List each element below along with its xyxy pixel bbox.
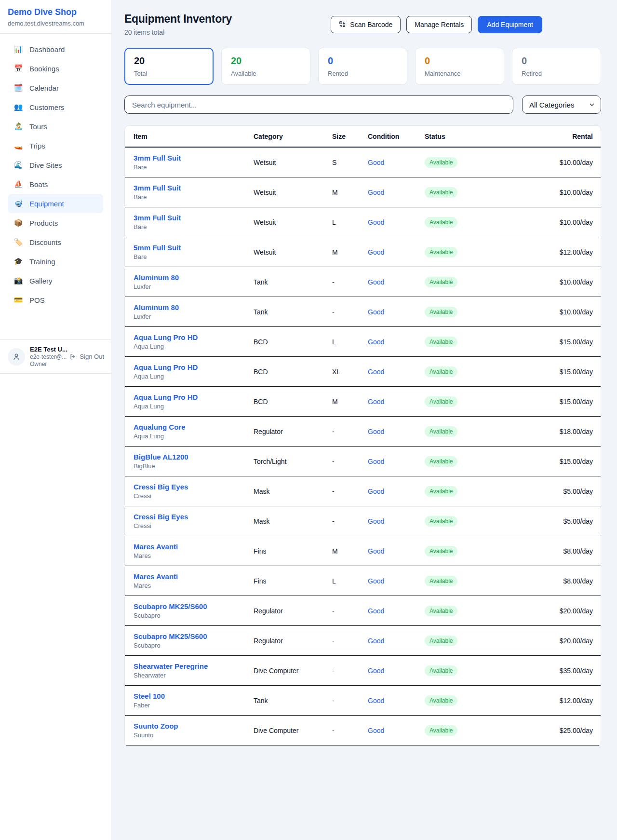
item-link[interactable]: 3mm Full Suit: [134, 154, 254, 162]
sidebar-item-dive-sites[interactable]: 🌊 Dive Sites: [8, 155, 103, 175]
sidebar-item-bookings[interactable]: 📅 Bookings: [8, 59, 103, 78]
barcode-scan-icon: [339, 21, 346, 28]
stat-card-total[interactable]: 20 Total: [124, 48, 214, 85]
condition-link[interactable]: Good: [368, 488, 425, 495]
size-cell: -: [332, 607, 368, 615]
rental-price: $10.00/day: [511, 278, 593, 286]
stat-value: 0: [522, 55, 591, 67]
search-input[interactable]: [124, 95, 513, 114]
condition-link[interactable]: Good: [368, 398, 425, 406]
status-cell: Available: [425, 665, 511, 676]
item-link[interactable]: Aqua Lung Pro HD: [134, 393, 254, 401]
item-link[interactable]: Mares Avanti: [134, 542, 254, 551]
item-brand: Luxfer: [134, 283, 254, 290]
condition-link[interactable]: Good: [368, 278, 425, 286]
sidebar-item-equipment[interactable]: 🤿 Equipment: [8, 194, 103, 213]
condition-link[interactable]: Good: [368, 248, 425, 256]
sidebar-item-trips[interactable]: 🚤 Trips: [8, 136, 103, 155]
nav-label: Discounts: [29, 238, 61, 246]
item-link[interactable]: Steel 100: [134, 692, 254, 700]
manage-rentals-button[interactable]: Manage Rentals: [406, 16, 472, 33]
size-cell: -: [332, 308, 368, 316]
item-link[interactable]: BigBlue AL1200: [134, 453, 254, 461]
item-brand: Cressi: [134, 522, 254, 529]
condition-link[interactable]: Good: [368, 308, 425, 316]
item-cell: Aqua Lung Pro HD Aqua Lung: [134, 333, 254, 350]
item-brand: Aqua Lung: [134, 403, 254, 410]
table-row-aqualung-core: Aqualung Core Aqua Lung Regulator - Good…: [125, 417, 601, 447]
brand-title[interactable]: Demo Dive Shop: [8, 7, 103, 17]
sidebar-item-products[interactable]: 📦 Products: [8, 213, 103, 232]
category-cell: Wetsuit: [254, 248, 332, 256]
add-equipment-button[interactable]: Add Equipment: [478, 16, 542, 33]
sidebar-item-tours[interactable]: 🏝️ Tours: [8, 117, 103, 136]
status-badge: Available: [425, 456, 457, 467]
category-cell: BCD: [254, 368, 332, 376]
sidebar-item-customers[interactable]: 👥 Customers: [8, 97, 103, 117]
item-link[interactable]: Aqua Lung Pro HD: [134, 333, 254, 341]
rental-price: $35.00/day: [511, 667, 593, 675]
status-badge: Available: [425, 576, 457, 586]
condition-link[interactable]: Good: [368, 218, 425, 226]
condition-link[interactable]: Good: [368, 428, 425, 435]
status-cell: Available: [425, 217, 511, 228]
status-cell: Available: [425, 456, 511, 467]
item-link[interactable]: 5mm Full Suit: [134, 244, 254, 252]
item-link[interactable]: Mares Avanti: [134, 572, 254, 581]
stat-value: 0: [425, 55, 495, 67]
calendar-icon: 📅: [13, 64, 23, 73]
nav-label: Calendar: [29, 84, 59, 92]
condition-link[interactable]: Good: [368, 637, 425, 645]
scan-barcode-button[interactable]: Scan Barcode: [331, 16, 401, 33]
nav-label: Equipment: [29, 200, 64, 208]
stat-card-available[interactable]: 20 Available: [221, 48, 310, 85]
condition-link[interactable]: Good: [368, 727, 425, 734]
category-select[interactable]: All Categories: [522, 95, 601, 114]
condition-link[interactable]: Good: [368, 189, 425, 196]
item-link[interactable]: 3mm Full Suit: [134, 214, 254, 222]
category-cell: Wetsuit: [254, 159, 332, 166]
condition-link[interactable]: Good: [368, 517, 425, 525]
condition-link[interactable]: Good: [368, 338, 425, 346]
people-icon: 👥: [13, 103, 23, 111]
column-header-condition: Condition: [368, 133, 425, 140]
condition-link[interactable]: Good: [368, 159, 425, 166]
condition-link[interactable]: Good: [368, 667, 425, 675]
sidebar-item-training[interactable]: 🎓 Training: [8, 252, 103, 271]
item-link[interactable]: Aqualung Core: [134, 423, 254, 431]
sidebar-item-gallery[interactable]: 📸 Gallery: [8, 271, 103, 290]
condition-link[interactable]: Good: [368, 458, 425, 465]
wave-icon: 🌊: [13, 161, 23, 169]
item-link[interactable]: Aluminum 80: [134, 273, 254, 282]
sailboat-icon: ⛵: [13, 180, 23, 189]
item-link[interactable]: Cressi Big Eyes: [134, 483, 254, 491]
item-link[interactable]: Scubapro MK25/S600: [134, 602, 254, 610]
item-link[interactable]: Scubapro MK25/S600: [134, 632, 254, 640]
condition-link[interactable]: Good: [368, 607, 425, 615]
sidebar-item-pos[interactable]: 💳 POS: [8, 290, 103, 310]
sidebar-item-dashboard[interactable]: 📊 Dashboard: [8, 40, 103, 59]
table-row-aqua-lung-pro-hd: Aqua Lung Pro HD Aqua Lung BCD M Good Av…: [125, 387, 601, 417]
sidebar-item-discounts[interactable]: 🏷️ Discounts: [8, 232, 103, 252]
sign-out-button[interactable]: Sign Out: [69, 353, 104, 360]
item-link[interactable]: 3mm Full Suit: [134, 184, 254, 192]
condition-link[interactable]: Good: [368, 577, 425, 585]
stat-card-rented[interactable]: 0 Rented: [318, 48, 407, 85]
condition-link[interactable]: Good: [368, 697, 425, 705]
user-role: Owner: [30, 361, 65, 367]
nav-label: Dashboard: [29, 45, 65, 54]
item-brand: Suunto: [134, 732, 254, 739]
category-cell: Fins: [254, 577, 332, 585]
condition-link[interactable]: Good: [368, 547, 425, 555]
item-link[interactable]: Aluminum 80: [134, 303, 254, 312]
item-link[interactable]: Cressi Big Eyes: [134, 513, 254, 521]
sidebar-item-calendar[interactable]: 🗓️ Calendar: [8, 78, 103, 97]
item-link[interactable]: Shearwater Peregrine: [134, 662, 254, 670]
item-link[interactable]: Aqua Lung Pro HD: [134, 363, 254, 371]
condition-link[interactable]: Good: [368, 368, 425, 376]
table-row-cressi-big-eyes: Cressi Big Eyes Cressi Mask - Good Avail…: [125, 476, 601, 506]
stat-card-retired[interactable]: 0 Retired: [512, 48, 601, 85]
item-link[interactable]: Suunto Zoop: [134, 722, 254, 730]
sidebar-item-boats[interactable]: ⛵ Boats: [8, 175, 103, 194]
stat-card-maintenance[interactable]: 0 Maintenance: [415, 48, 504, 85]
